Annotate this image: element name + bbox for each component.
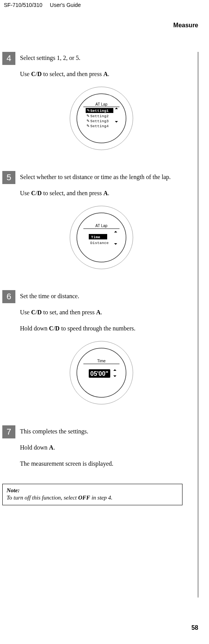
step4-line2: Use C/D to select, and then press A. xyxy=(20,70,182,79)
page-number: 58 xyxy=(2,624,198,631)
watch-figure-time-value: Time 05'00" xyxy=(69,340,134,405)
step6-line2: Use C/D to set, and then press A. xyxy=(20,308,182,317)
step-number-5: 5 xyxy=(2,171,15,184)
svg-marker-9 xyxy=(115,121,118,123)
svg-marker-20 xyxy=(113,369,116,371)
svg-marker-8 xyxy=(115,108,118,109)
step-body-5: Select whether to set distance or time a… xyxy=(20,171,182,282)
header-line: SF-710/510/310 User's Guide xyxy=(2,0,198,8)
watch6-title: Time xyxy=(97,359,106,363)
step6-line1: Set the time or distance. xyxy=(20,292,182,301)
header-guide: User's Guide xyxy=(50,2,81,8)
svg-marker-21 xyxy=(113,375,116,377)
watch5-title: AT Lap xyxy=(95,224,108,228)
svg-marker-15 xyxy=(114,243,117,245)
step4-line1: Select settings 1, 2, or 5. xyxy=(20,53,182,63)
note-body: To turn off this function, select OFF in… xyxy=(7,495,113,501)
step-6: 6 Set the time or distance. Use C/D to s… xyxy=(2,290,182,417)
step-7: 7 This completes the settings. Hold down… xyxy=(2,425,182,475)
step-body-4: Select settings 1, 2, or 5. Use C/D to s… xyxy=(20,52,182,163)
step-number-6: 6 xyxy=(2,290,15,303)
step7-line3: The measurement screen is displayed. xyxy=(20,459,182,468)
svg-point-1 xyxy=(77,94,126,143)
watch5-distance: Distance xyxy=(90,241,109,245)
watch5-time: Time xyxy=(91,235,100,239)
step-number-4: 4 xyxy=(2,52,15,65)
page: SF-710/510/310 User's Guide Measure 4 Se… xyxy=(0,0,209,644)
watch4-setting1: Setting1 xyxy=(90,109,109,113)
step-5: 5 Select whether to set distance or time… xyxy=(2,171,182,282)
note-label: Note: xyxy=(7,487,178,494)
note-box: Note: To turn off this function, select … xyxy=(2,484,182,505)
step7-line1: This completes the settings. xyxy=(20,427,182,436)
header-model: SF-710/510/310 xyxy=(4,2,42,8)
watch4-setting3: Setting3 xyxy=(90,119,109,123)
step5-line1: Select whether to set distance or time a… xyxy=(20,173,182,182)
watch6-value: 05'00" xyxy=(90,370,108,377)
svg-point-0 xyxy=(70,87,133,150)
watch4-setting4: Setting4 xyxy=(90,124,109,128)
watch4-title: AT Lap xyxy=(95,102,108,106)
svg-text:✎: ✎ xyxy=(87,108,90,113)
watch4-setting2: Setting2 xyxy=(90,114,109,118)
svg-text:✎: ✎ xyxy=(86,124,90,128)
step-number-7: 7 xyxy=(2,425,15,438)
svg-text:✎: ✎ xyxy=(86,119,90,123)
watch-figure-atlap-timedist: AT Lap Time Distance xyxy=(69,205,134,270)
watch-figure-atlap-settings: AT Lap Setting1 ✎ Setting2 ✎ Setting3 ✎ … xyxy=(69,86,134,151)
step6-line3: Hold down C/D to speed through the numbe… xyxy=(20,324,182,333)
step-body-6: Set the time or distance. Use C/D to set… xyxy=(20,290,182,417)
step7-line2: Hold down A. xyxy=(20,443,182,452)
svg-text:✎: ✎ xyxy=(86,114,90,118)
chapter-title: Measure xyxy=(2,22,198,29)
step5-line2: Use C/D to select, and then press A. xyxy=(20,189,182,198)
step-body-7: This completes the settings. Hold down A… xyxy=(20,425,182,475)
content-column: 4 Select settings 1, 2, or 5. Use C/D to… xyxy=(2,52,198,598)
svg-marker-14 xyxy=(114,231,117,232)
step-4: 4 Select settings 1, 2, or 5. Use C/D to… xyxy=(2,52,182,163)
